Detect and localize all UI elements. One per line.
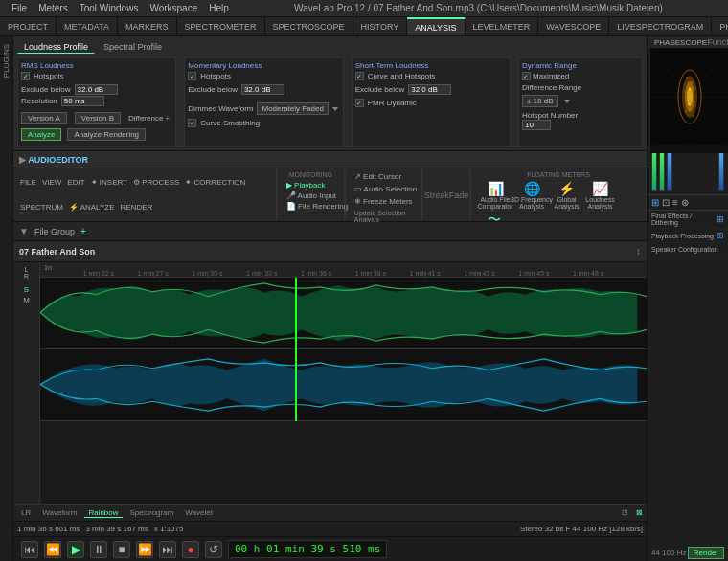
menu-meters[interactable]: Meters	[33, 3, 74, 13]
playback-processing-btn[interactable]: ⊞	[717, 231, 724, 240]
momentary-exclude-input[interactable]	[241, 84, 284, 95]
menu-file[interactable]: File	[6, 3, 33, 13]
toolbar-file-btn[interactable]: FILE	[17, 177, 39, 188]
streakfade-section: StreakFade	[423, 168, 470, 221]
rms-resolution-input[interactable]	[61, 96, 104, 106]
tab-analysis[interactable]: ANALYSIS	[407, 17, 465, 35]
view-tab-rainbow[interactable]: Rainbow	[84, 508, 122, 518]
svg-point-16	[688, 103, 690, 105]
file-rendering-btn[interactable]: 📄 File Rendering	[284, 201, 351, 212]
file-group-label: File Group	[34, 227, 75, 236]
pmr-label: PMR Dynamic	[368, 99, 417, 107]
play-btn play[interactable]: ▶	[67, 541, 84, 558]
version-b-btn[interactable]: Version B	[75, 112, 121, 124]
final-effects-btn[interactable]: ⊞	[717, 214, 724, 224]
version-a-btn[interactable]: Version A	[21, 112, 67, 124]
master-transport-icons: ⊞ ⊡ ≡ ⊛	[648, 194, 728, 211]
analyze-btn[interactable]: Analyze	[21, 128, 61, 141]
master-icon-2[interactable]: ⊡	[662, 197, 670, 208]
phasescope-functions-btn[interactable]: Functions	[707, 37, 728, 47]
toolbar-correction-btn[interactable]: ✦ CORRECTION	[182, 177, 248, 188]
playhead[interactable]	[295, 278, 297, 421]
tab-history[interactable]: HISTORY	[353, 17, 408, 35]
app-title: WaveLab Pro 12 / 07 Father And Son.mp3 (…	[235, 3, 722, 13]
view-tab-lr[interactable]: LR	[17, 508, 34, 517]
rms-checkbox[interactable]: ✓	[21, 72, 30, 80]
toolbar-analyze-btn[interactable]: ⚡ ANALYZE	[66, 202, 118, 213]
analysis-tab-spectral[interactable]: Spectral Profile	[97, 40, 169, 54]
master-icon-3[interactable]: ≡	[672, 197, 678, 208]
toolbar-view-btn[interactable]: VIEW	[39, 177, 64, 188]
master-icon-1[interactable]: ⊞	[651, 197, 659, 208]
edit-cursor-btn[interactable]: ↗ Edit Cursor	[352, 171, 420, 182]
snap-btn[interactable]: ⊡	[622, 508, 628, 517]
goto-end-btn[interactable]: ⏭	[159, 541, 176, 558]
rewind-btn[interactable]: ⏪	[44, 541, 61, 558]
view-tab-wavelet[interactable]: Wavelet	[181, 508, 216, 517]
tab-wavescope[interactable]: WAVESCOPE	[538, 17, 609, 35]
loudness-analysis-btn[interactable]: 📈LoudnessAnalysis	[583, 180, 617, 211]
moderately-faded-dropdown[interactable]: Moderately Faded	[257, 102, 328, 115]
stop-btn[interactable]: ■	[113, 541, 130, 558]
tab-markers[interactable]: MARKERS	[118, 17, 177, 35]
snap-active-btn[interactable]: ⊠	[636, 508, 643, 517]
track-mute-btn[interactable]: M	[23, 296, 30, 304]
track-solo-btn[interactable]: S	[24, 285, 29, 294]
menu-help[interactable]: Help	[203, 3, 235, 13]
analysis-tab-loudness[interactable]: Loudness Profile	[17, 40, 95, 54]
difference-label: Difference ÷	[128, 114, 170, 123]
tab-phasescope[interactable]: PHASESCOPE	[712, 17, 728, 35]
waveform-track-bottom[interactable]	[40, 349, 647, 421]
momentary-title: Momentary Loudness	[188, 61, 339, 70]
toolbar-spectrum-btn[interactable]: SPECTRUM	[17, 202, 66, 213]
streakfade-btn[interactable]: StreakFade	[421, 190, 472, 201]
audio-input-btn[interactable]: 🎤 Audio Input	[284, 191, 339, 201]
view-tab-spectrogram[interactable]: Spectrogram	[126, 508, 178, 517]
transport-bar: ⏮ ⏪ ▶ ⏸ ■ ⏩ ⏭ ● ↺ 00 h 01 min 39 s 510 m…	[13, 536, 647, 561]
3d-frequency-btn[interactable]: 🌐3D FrequencyAnalysis	[513, 180, 550, 211]
tab-spectroscope[interactable]: SPECTROSCOPE	[265, 17, 353, 35]
info-bar: 1 min 36 s 601 ms 3 min 39 s 167 ms x 1:…	[13, 521, 647, 536]
rewind-start-btn[interactable]: ⏮	[21, 541, 38, 558]
curve-smoothing-checkbox[interactable]: ✓	[188, 119, 196, 127]
toolbar-insert-btn[interactable]: ✦ INSERT	[88, 177, 130, 188]
toolbar-process-btn[interactable]: ⚙ PROCESS	[130, 177, 182, 188]
db-range-dropdown[interactable]: ± 18 dB	[522, 95, 558, 107]
analyze-rendering-btn[interactable]: Analyze Rendering	[67, 128, 146, 141]
tab-levelmeter[interactable]: LEVELMETER	[466, 17, 539, 35]
tab-project[interactable]: PROJECT	[0, 17, 57, 35]
record-btn[interactable]: ●	[182, 541, 199, 558]
master-icon-4[interactable]: ⊛	[681, 197, 689, 208]
shortterm-exclude-input[interactable]	[408, 84, 451, 95]
hotspot-number-input[interactable]	[522, 120, 551, 130]
tab-metadata[interactable]: METADATA	[57, 17, 118, 35]
pmr-checkbox[interactable]: ✓	[355, 99, 364, 107]
loop-btn[interactable]: ↺	[205, 541, 222, 558]
add-file-group-btn[interactable]: +	[80, 226, 86, 236]
momentary-checkbox[interactable]: ✓	[188, 72, 196, 80]
menu-tool-windows[interactable]: Tool Windows	[74, 3, 145, 13]
waveform-container[interactable]: 1n 1 min 22 s1 min 27 s1 min 30 s1 min 3…	[40, 262, 647, 504]
view-tab-waveform[interactable]: Waveform	[38, 508, 80, 517]
track-channel-label: LR	[24, 266, 29, 280]
tab-livespectrogram[interactable]: LIVESPECTROGRAM	[609, 17, 712, 35]
render-btn[interactable]: Render	[688, 547, 724, 559]
toolbar-edit-btn[interactable]: EDIT	[64, 177, 87, 188]
ff-btn[interactable]: ⏩	[136, 541, 153, 558]
freeze-meters-btn[interactable]: ❄ Freeze Meters	[352, 196, 420, 207]
track-expand-btn[interactable]: ↕	[636, 246, 641, 257]
shortterm-checkbox[interactable]: ✓	[355, 72, 364, 80]
tab-spectrometer[interactable]: SPECTROMETER	[177, 17, 265, 35]
audio-selection-btn[interactable]: ▭ Audio Selection	[352, 184, 420, 194]
rms-exclude-input[interactable]	[75, 84, 118, 95]
waveform-track-top[interactable]	[40, 278, 647, 349]
playback-btn[interactable]: ▶ Playback	[284, 180, 329, 191]
menu-workspace[interactable]: Workspace	[144, 3, 203, 13]
global-analysis-btn[interactable]: ⚡GlobalAnalysis	[550, 180, 583, 211]
pause-btn[interactable]: ⏸	[90, 541, 107, 558]
track-controls: LR S M	[13, 262, 40, 504]
maximized-checkbox[interactable]: ✓	[522, 72, 531, 80]
rms-title: RMS Loudness	[21, 61, 172, 70]
audio-file-comparator-btn[interactable]: 📊Audio FileComparator	[477, 180, 513, 211]
toolbar-render-btn[interactable]: RENDER	[118, 202, 156, 213]
